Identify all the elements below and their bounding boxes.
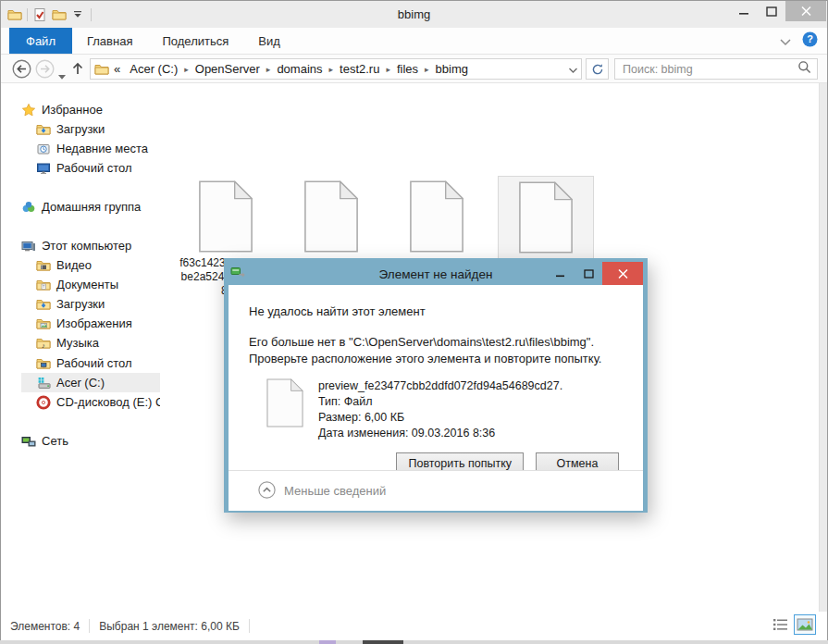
dialog-close-button[interactable] bbox=[602, 262, 643, 285]
sidebar-item-label: Acer (C:) bbox=[56, 376, 105, 390]
cd-drive-icon bbox=[36, 395, 51, 410]
breadcrumb-separator-icon[interactable]: ▸ bbox=[423, 65, 431, 74]
ribbon-right-controls: ? bbox=[780, 28, 818, 55]
sidebar-item-videos[interactable]: Видео bbox=[21, 255, 160, 275]
help-icon[interactable]: ? bbox=[802, 31, 818, 51]
breadcrumb-separator-icon[interactable]: ▸ bbox=[182, 65, 191, 74]
address-dropdown-icon[interactable] bbox=[569, 62, 577, 76]
dialog-detail: Его больше нет в "C:\OpenServer\domains\… bbox=[229, 318, 643, 367]
window-right-frame bbox=[819, 83, 827, 612]
explorer-window: bbimg Файл Главная Поделиться Вид ? « Ac… bbox=[0, 0, 828, 640]
search-input[interactable] bbox=[621, 62, 797, 77]
address-bar[interactable]: « Acer (C:) ▸ OpenServer ▸ domains ▸ tes… bbox=[90, 58, 582, 80]
search-box bbox=[614, 58, 818, 80]
breadcrumb-separator-icon[interactable]: ▸ bbox=[327, 65, 336, 74]
refresh-button[interactable] bbox=[586, 58, 609, 80]
details-view-button[interactable] bbox=[769, 614, 791, 635]
breadcrumb-item[interactable]: test2.ru bbox=[335, 62, 384, 76]
file-icon bbox=[266, 378, 304, 427]
sidebar-item-label: Этот компьютер bbox=[42, 239, 131, 253]
sidebar-item-pictures[interactable]: Изображения bbox=[21, 314, 160, 333]
tab-home[interactable]: Главная bbox=[72, 28, 147, 54]
desktop-sliver bbox=[0, 640, 828, 644]
sidebar-item-homegroup[interactable]: Домашняя группа bbox=[21, 197, 160, 217]
sidebar-item-favorites[interactable]: Избранное bbox=[21, 100, 160, 119]
sidebar-item-documents[interactable]: Документы bbox=[21, 275, 160, 294]
dialog-file-row: preview_fe23477cbb2ddfd072fd94a54689cd27… bbox=[229, 367, 643, 441]
forward-button[interactable] bbox=[35, 59, 55, 82]
up-button[interactable] bbox=[70, 61, 85, 80]
sidebar-item-label: Документы bbox=[56, 278, 118, 291]
tab-view[interactable]: Вид bbox=[243, 28, 295, 54]
window-controls bbox=[730, 1, 826, 21]
sidebar-item-label: CD-дисковод (E:) Со bbox=[56, 395, 160, 409]
sidebar-item-label: Загрузки bbox=[56, 297, 105, 311]
breadcrumb-separator-icon[interactable]: ▸ bbox=[384, 65, 392, 74]
history-dropdown-icon[interactable] bbox=[58, 67, 66, 83]
videos-folder-icon bbox=[36, 258, 51, 273]
breadcrumb-separator-icon[interactable]: ▸ bbox=[265, 65, 273, 74]
breadcrumb-item[interactable]: OpenServer bbox=[191, 62, 265, 76]
quick-access-toolbar bbox=[1, 7, 92, 22]
sidebar-item-label: Загрузки bbox=[56, 122, 105, 136]
breadcrumb-item[interactable]: Acer (C:) bbox=[125, 62, 182, 76]
sidebar-item-desktop-pc[interactable]: Рабочий стол bbox=[21, 353, 160, 373]
sidebar-item-music[interactable]: ♪ Музыка bbox=[21, 333, 160, 353]
sidebar-item-recent-places[interactable]: Недавние места bbox=[21, 139, 160, 158]
sidebar-item-network[interactable]: Сеть bbox=[21, 431, 160, 451]
folder-icon[interactable] bbox=[7, 7, 22, 22]
sidebar-item-acer-c[interactable]: Acer (C:) bbox=[21, 373, 160, 392]
dialog-message: Не удалось найти этот элемент bbox=[229, 285, 643, 318]
dialog-maximize-button[interactable] bbox=[575, 262, 602, 285]
screen: bbimg Файл Главная Поделиться Вид ? « Ac… bbox=[0, 0, 828, 644]
back-button[interactable] bbox=[12, 59, 31, 82]
downloads-folder-icon bbox=[36, 297, 51, 312]
properties-check-icon[interactable] bbox=[32, 7, 47, 22]
sidebar-item-desktop[interactable]: Рабочий стол bbox=[21, 158, 160, 178]
recent-places-icon bbox=[36, 142, 51, 156]
sidebar-item-label: Музыка bbox=[56, 336, 99, 350]
close-button[interactable] bbox=[785, 1, 826, 21]
dialog-body: Не удалось найти этот элемент Его больше… bbox=[229, 285, 643, 511]
less-details-label[interactable]: Меньше сведений bbox=[284, 484, 386, 498]
taskbar-fragment bbox=[319, 640, 336, 644]
move-item-icon bbox=[230, 266, 246, 283]
sidebar-item-cd-drive[interactable]: CD-дисковод (E:) Со bbox=[21, 392, 160, 412]
ribbon-collapse-chevron-icon[interactable] bbox=[780, 33, 791, 50]
hard-drive-icon bbox=[36, 376, 51, 390]
breadcrumb-overflow[interactable]: « bbox=[109, 62, 125, 76]
file-icon bbox=[303, 180, 360, 253]
breadcrumb-item[interactable]: files bbox=[392, 62, 423, 76]
sidebar-item-downloads-pc[interactable]: Загрузки bbox=[21, 294, 160, 314]
dialog-file-type: Тип: Файл bbox=[318, 394, 562, 410]
status-separator bbox=[249, 619, 250, 633]
dialog-detail-line2: Проверьте расположение этого элемента и … bbox=[249, 351, 623, 367]
music-folder-icon: ♪ bbox=[36, 336, 51, 351]
desktop-icon bbox=[36, 161, 51, 176]
dialog-title-bar: Элемент не найден bbox=[229, 263, 643, 285]
dialog-minimize-button[interactable] bbox=[547, 262, 575, 285]
toolbar-separator bbox=[91, 8, 92, 21]
collapse-details-icon[interactable] bbox=[258, 481, 276, 502]
minimize-button[interactable] bbox=[730, 1, 758, 21]
network-icon bbox=[21, 434, 36, 449]
tab-file[interactable]: Файл bbox=[9, 28, 72, 54]
breadcrumb-item[interactable]: domains bbox=[272, 62, 327, 76]
file-icon bbox=[517, 181, 575, 254]
customize-toolbar-dropdown-icon[interactable] bbox=[71, 7, 86, 22]
sidebar-item-downloads[interactable]: Загрузки bbox=[21, 119, 160, 139]
svg-text:♪: ♪ bbox=[42, 341, 45, 349]
new-folder-icon[interactable] bbox=[52, 7, 67, 22]
tab-share[interactable]: Поделиться bbox=[147, 28, 243, 54]
breadcrumb-item[interactable]: bbimg bbox=[431, 62, 473, 76]
dialog-file-size: Размер: 6,00 КБ bbox=[318, 410, 562, 426]
sidebar-item-label: Сеть bbox=[42, 434, 68, 448]
search-icon[interactable] bbox=[797, 60, 811, 78]
star-icon bbox=[21, 103, 36, 118]
maximize-button[interactable] bbox=[758, 1, 785, 21]
error-dialog: Элемент не найден Не удалось найти этот … bbox=[224, 258, 648, 513]
documents-folder-icon bbox=[36, 278, 51, 292]
pictures-folder-icon bbox=[36, 316, 51, 331]
thumbnail-view-button[interactable] bbox=[794, 614, 816, 635]
sidebar-item-this-pc[interactable]: Этот компьютер bbox=[21, 236, 160, 255]
